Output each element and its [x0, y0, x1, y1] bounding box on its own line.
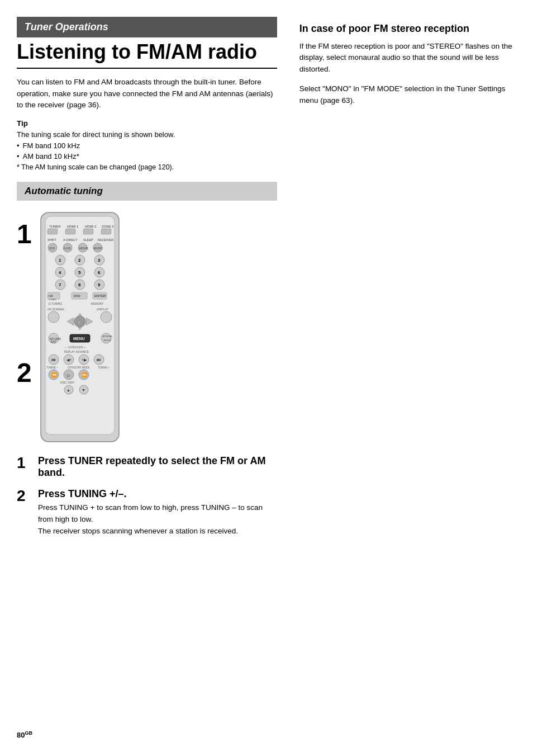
svg-text:SHIFT: SHIFT	[47, 238, 57, 242]
right-para1: If the FM stereo reception is poor and "…	[299, 41, 516, 76]
svg-rect-6	[47, 229, 58, 234]
tip-note: * The AM tuning scale can be changed (pa…	[17, 162, 277, 173]
step-1-number: 1	[17, 455, 34, 471]
svg-text:CATEGORY MODE: CATEGORY MODE	[68, 366, 90, 369]
svg-text:TUNING –: TUNING –	[46, 366, 58, 369]
tip-intro: The tuning scale for direct tuning is sh…	[17, 129, 277, 140]
svg-text:A.DIRECT: A.DIRECT	[63, 238, 78, 242]
svg-text:ON SCREEN: ON SCREEN	[47, 308, 64, 311]
svg-rect-9	[101, 229, 111, 234]
svg-text:8: 8	[78, 282, 81, 287]
page-number: 80GB	[17, 730, 32, 739]
svg-text:⏪: ⏪	[51, 372, 57, 377]
tip-body: The tuning scale for direct tuning is sh…	[17, 129, 277, 172]
svg-text:REPLAY ADVANCE: REPLAY ADVANCE	[64, 350, 89, 353]
svg-text:2CH: 2CH	[49, 247, 55, 250]
svg-text:← CATEGORY +: ← CATEGORY +	[64, 346, 85, 349]
svg-point-52	[101, 311, 112, 323]
svg-text:TUNER: TUNER	[49, 225, 61, 228]
svg-text:7: 7	[59, 282, 61, 287]
right-para2: Select "MONO" in "FM MODE" selection in …	[299, 83, 516, 107]
step-2-title: Press TUNING +/–.	[38, 488, 277, 500]
svg-text:3: 3	[98, 258, 101, 263]
svg-text:MEMORY: MEMORY	[91, 302, 104, 305]
svg-point-51	[48, 311, 59, 323]
steps-section: 1 Press TUNER repeatedly to select the F…	[17, 455, 277, 538]
svg-text:DISPLAY: DISPLAY	[97, 308, 108, 311]
svg-text:▼: ▼	[82, 388, 85, 392]
remote-svg: TUNER HDMI 1 HDMI 2 ZONE 2 SHIFT A.DIREC…	[35, 210, 125, 445]
svg-text:HDMI 1: HDMI 1	[67, 225, 79, 228]
step-2-desc: Press TUNING + to scan from low to high,…	[38, 502, 277, 537]
svg-text:TOOLS: TOOLS	[103, 339, 111, 342]
step-2: 2 Press TUNING +/–. Press TUNING + to sc…	[17, 488, 277, 537]
svg-text:+: +	[78, 320, 80, 324]
svg-text:+▶: +▶	[82, 358, 87, 362]
svg-text:◀+: ◀+	[66, 358, 72, 362]
step-1-content: Press TUNER repeatedly to select the FM …	[38, 455, 277, 481]
step-2-content: Press TUNING +/–. Press TUNING + to scan…	[38, 488, 277, 537]
intro-text: You can listen to FM and AM broadcasts t…	[17, 77, 277, 112]
svg-text:2: 2	[78, 258, 81, 263]
svg-text:HDMI 2: HDMI 2	[85, 225, 97, 228]
svg-text:▲: ▲	[66, 388, 70, 392]
tip-section: Tip The tuning scale for direct tuning i…	[17, 119, 277, 172]
svg-text:EXIT: EXIT	[51, 341, 56, 343]
svg-text:D.TUNING: D.TUNING	[49, 302, 62, 305]
svg-text:4: 4	[59, 270, 61, 275]
tip-item-2: • AM band 10 kHz*	[17, 151, 277, 162]
svg-text:SLEEP: SLEEP	[83, 238, 93, 242]
svg-text:MUSIC: MUSIC	[94, 247, 103, 250]
svg-text:CLEAR: CLEAR	[49, 297, 56, 300]
svg-text:⏭: ⏭	[97, 357, 101, 362]
svg-rect-7	[65, 229, 75, 234]
svg-text:0/10: 0/10	[74, 294, 80, 297]
svg-text:OPTIONS: OPTIONS	[102, 335, 112, 338]
right-column: In case of poor FM stereo reception If t…	[288, 17, 516, 734]
svg-rect-8	[83, 229, 93, 234]
diagram-step-2: 2	[17, 360, 32, 386]
svg-text:ZONE 2: ZONE 2	[102, 225, 114, 228]
remote-diagram: TUNER HDMI 1 HDMI 2 ZONE 2 SHIFT A.DIREC…	[35, 210, 277, 446]
auto-tuning-banner: Automatic tuning	[17, 182, 277, 201]
svg-text:ENTER: ENTER	[94, 294, 106, 297]
svg-text:MENU: MENU	[73, 337, 85, 341]
step-2-number: 2	[17, 488, 34, 504]
svg-text:6: 6	[98, 270, 101, 275]
step-numbers-col: 1 2	[17, 210, 35, 386]
svg-text:>10: >10	[48, 294, 53, 297]
svg-text:5: 5	[78, 270, 81, 275]
page-title: Listening to FM/AM radio	[17, 41, 277, 69]
svg-text:RECEIVER: RECEIVER	[98, 238, 113, 242]
tip-item-1: • FM band 100 kHz	[17, 140, 277, 152]
svg-text:▷: ▷	[67, 373, 71, 378]
svg-text:DISC SKIP: DISC SKIP	[60, 381, 74, 384]
tip-label: Tip	[17, 119, 277, 127]
svg-text:9: 9	[98, 282, 101, 287]
tuner-operations-label: Tuner Operations	[25, 21, 108, 32]
svg-text:MOVIE: MOVIE	[79, 247, 89, 250]
auto-tuning-label: Automatic tuning	[25, 186, 103, 196]
diagram-area: 1 2 TUNER HDMI 1 HDMI 2 ZONE 2	[17, 210, 277, 446]
right-heading: In case of poor FM stereo reception	[299, 22, 516, 35]
svg-text:TUNING +: TUNING +	[98, 366, 110, 369]
svg-text:1: 1	[59, 258, 61, 263]
svg-text:A.F.D.: A.F.D.	[64, 247, 72, 250]
step-1-title: Press TUNER repeatedly to select the FM …	[38, 455, 277, 479]
step-1: 1 Press TUNER repeatedly to select the F…	[17, 455, 277, 481]
tuner-operations-banner: Tuner Operations	[17, 17, 277, 37]
svg-text:⏩: ⏩	[82, 372, 87, 377]
diagram-step-1: 1	[17, 221, 32, 248]
svg-text:⏮: ⏮	[51, 357, 56, 362]
